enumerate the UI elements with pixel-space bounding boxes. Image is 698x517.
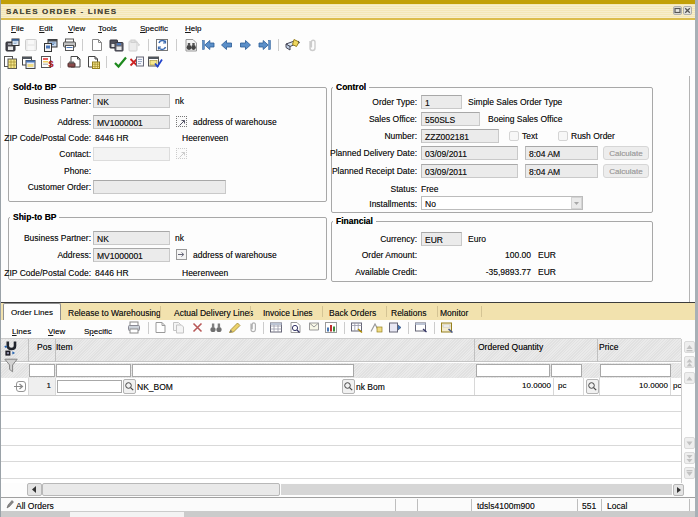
svg-text:$: $ — [49, 59, 54, 69]
